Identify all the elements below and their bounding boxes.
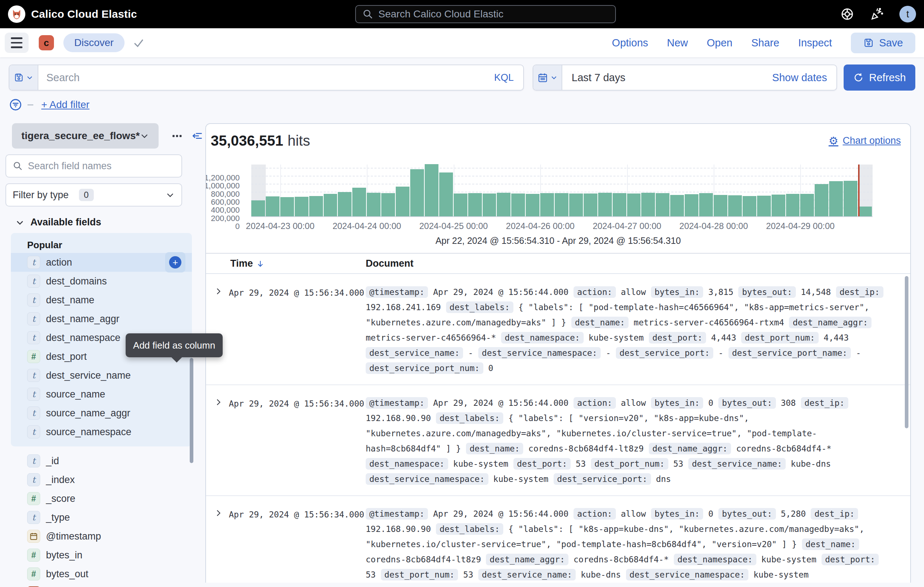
histogram-bar[interactable] — [295, 197, 309, 216]
histogram-bar[interactable] — [772, 195, 785, 216]
filter-in-circle-icon[interactable] — [9, 98, 23, 112]
field-item-_score[interactable]: #_score — [11, 489, 192, 508]
field-item-dest_name_aggr[interactable]: tdest_name_aggr — [11, 309, 192, 328]
kql-language-button[interactable]: KQL — [494, 72, 523, 83]
field-name-pill[interactable]: dest_port_num: — [591, 458, 668, 470]
histogram-bar[interactable] — [598, 193, 612, 216]
field-search-input[interactable]: Search field names — [5, 154, 182, 177]
histogram-bar[interactable] — [555, 193, 568, 216]
field-name-pill[interactable]: dest_labels: — [446, 301, 513, 313]
histogram-bar[interactable] — [844, 181, 857, 216]
field-name-pill[interactable]: dest_service_name: — [366, 347, 463, 359]
expand-row-icon[interactable] — [214, 508, 223, 518]
field-name-pill[interactable]: dest_labels: — [436, 523, 503, 535]
histogram-bar[interactable] — [280, 197, 294, 216]
field-name-pill[interactable]: @timestamp: — [366, 508, 428, 519]
histogram-bar[interactable] — [757, 196, 771, 216]
help-icon[interactable] — [840, 7, 855, 21]
inspect-link[interactable]: Inspect — [798, 37, 832, 49]
hits-histogram[interactable] — [251, 164, 873, 217]
histogram-bar[interactable] — [497, 193, 510, 216]
field-item-source_name_aggr[interactable]: tsource_name_aggr — [11, 403, 192, 423]
field-name-pill[interactable]: dest_name_aggr: — [649, 443, 731, 455]
histogram-bar[interactable] — [410, 169, 424, 216]
histogram-bar[interactable] — [670, 195, 684, 216]
field-name-pill[interactable]: dest_port_num: — [381, 569, 459, 580]
field-name-pill[interactable]: dest_ip: — [801, 397, 848, 409]
histogram-bar[interactable] — [613, 193, 626, 216]
histogram-bar[interactable] — [540, 193, 554, 216]
time-range-value[interactable]: Last 7 days — [562, 72, 772, 84]
boxes-horizontal-icon[interactable] — [172, 131, 183, 141]
histogram-bar[interactable] — [584, 193, 597, 216]
index-pattern-selector[interactable]: tigera_secure_ee_flows* — [12, 123, 158, 149]
field-name-pill[interactable]: dest_service_port: — [616, 347, 713, 359]
histogram-bar[interactable] — [714, 195, 728, 216]
field-name-pill[interactable]: dest_name: — [466, 443, 523, 455]
histogram-bar[interactable] — [425, 164, 439, 216]
collapse-sidebar-icon[interactable] — [191, 130, 203, 142]
breadcrumb[interactable]: Discover — [63, 33, 125, 52]
histogram-bar[interactable] — [367, 193, 381, 216]
histogram-bar[interactable] — [786, 194, 800, 216]
histogram-bar[interactable] — [685, 194, 698, 216]
chart-options-button[interactable]: ⚙ Chart options — [829, 134, 901, 147]
field-item-dest_domains[interactable]: tdest_domains — [11, 272, 192, 291]
field-name-pill[interactable]: bytes_in: — [651, 286, 703, 298]
field-name-pill[interactable]: dest_namespace: — [674, 554, 756, 565]
field-item-action[interactable]: taction+ — [11, 253, 192, 272]
histogram-bar[interactable] — [511, 193, 525, 216]
field-name-pill[interactable]: dest_name_aggr: — [789, 317, 871, 328]
field-name-pill[interactable]: dest_namespace: — [366, 458, 448, 470]
field-item-_type[interactable]: t_type — [11, 508, 192, 527]
histogram-bar[interactable] — [656, 193, 670, 216]
field-name-pill[interactable]: bytes_out: — [718, 508, 776, 519]
calico-logo[interactable] — [8, 5, 25, 23]
refresh-button[interactable]: Refresh — [844, 64, 915, 91]
field-name-pill[interactable]: dest_service_port: — [554, 473, 651, 485]
histogram-bar[interactable] — [381, 193, 395, 216]
histogram-bar[interactable] — [858, 207, 872, 217]
field-name-pill[interactable]: bytes_in: — [651, 508, 703, 519]
histogram-bar[interactable] — [352, 188, 366, 216]
histogram-bar[interactable] — [309, 196, 323, 216]
saved-query-menu[interactable] — [10, 65, 38, 90]
show-dates-button[interactable]: Show dates — [772, 72, 837, 84]
field-name-pill[interactable]: bytes_out: — [738, 286, 795, 298]
global-search-input[interactable]: Search Calico Cloud Elastic — [355, 5, 616, 23]
field-name-pill[interactable]: dest_service_namespace: — [626, 569, 749, 580]
field-item-bytes_in[interactable]: #bytes_in — [11, 546, 192, 564]
field-name-pill[interactable]: dest_name: — [571, 317, 629, 328]
field-name-pill[interactable]: @timestamp: — [366, 397, 428, 409]
user-avatar[interactable]: t — [899, 6, 916, 23]
sidebar-scrollbar[interactable] — [190, 358, 193, 463]
add-filter-button[interactable]: + Add filter — [41, 99, 89, 111]
field-item-bytes_out[interactable]: #bytes_out — [11, 564, 192, 584]
field-name-pill[interactable]: dest_name_aggr: — [486, 554, 568, 565]
histogram-bar[interactable] — [324, 194, 337, 216]
available-fields-toggle[interactable]: Available fields — [15, 217, 201, 228]
options-link[interactable]: Options — [612, 37, 648, 49]
field-name-pill[interactable]: action: — [574, 286, 616, 298]
field-name-pill[interactable]: dest_port: — [513, 458, 571, 470]
field-name-pill[interactable]: dest_service_name: — [688, 458, 786, 470]
field-name-pill[interactable]: action: — [574, 508, 616, 519]
field-item-source_namespace[interactable]: tsource_namespace — [11, 423, 192, 441]
histogram-bar[interactable] — [641, 193, 655, 216]
open-link[interactable]: Open — [707, 37, 733, 49]
histogram-bar[interactable] — [468, 193, 482, 216]
histogram-bar[interactable] — [454, 193, 467, 216]
field-name-pill[interactable]: dest_service_name: — [478, 569, 576, 580]
field-name-pill[interactable]: bytes_out: — [718, 397, 776, 409]
hamburger-menu-button[interactable] — [5, 33, 29, 53]
time-column-header[interactable]: Time — [230, 258, 265, 269]
field-name-pill[interactable]: dest_name: — [802, 539, 859, 550]
field-name-pill[interactable]: @timestamp: — [366, 286, 428, 298]
histogram-bar[interactable] — [483, 193, 497, 216]
field-item-source_name[interactable]: tsource_name — [11, 385, 192, 403]
save-button[interactable]: Save — [851, 33, 915, 53]
field-name-pill[interactable]: dest_labels: — [436, 412, 503, 424]
histogram-bar[interactable] — [266, 197, 279, 216]
field-name-pill[interactable]: dest_service_port_name: — [728, 347, 851, 359]
histogram-bar[interactable] — [815, 184, 828, 216]
